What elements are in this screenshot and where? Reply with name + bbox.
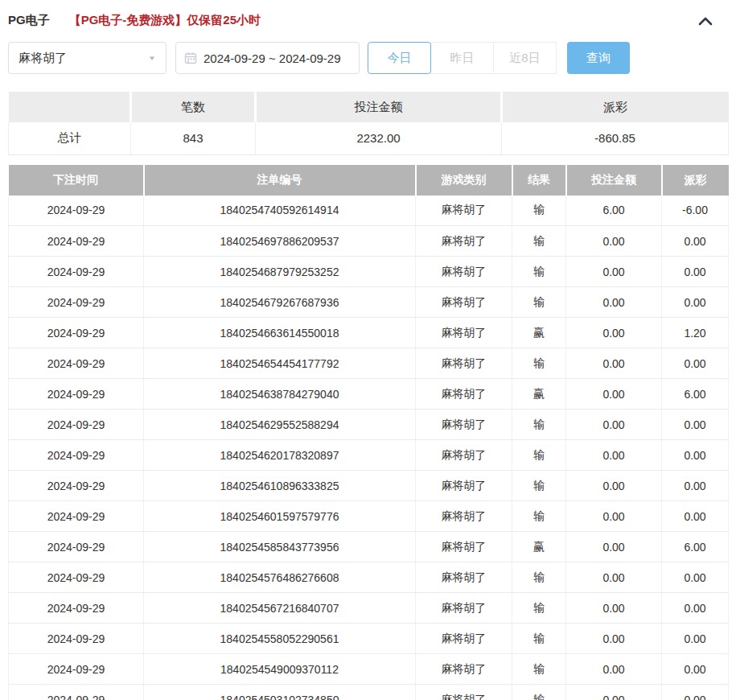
order-no-cell: 1840254585843773956 [144, 532, 416, 562]
game-select[interactable]: 麻将胡了 ▼ [8, 42, 167, 74]
game-cell: 麻将胡了 [416, 562, 512, 593]
payout-cell: 0.00 [662, 410, 729, 440]
bet-amount-cell: 0.00 [566, 593, 662, 624]
panel-header: PG电子 【PG电子-免费游戏】仅保留25小时 [0, 0, 736, 32]
table-row: 2024-09-291840254601597579776麻将胡了输0.000.… [9, 501, 729, 532]
order-no-cell: 1840254679267687936 [144, 287, 416, 318]
bet-amount-cell: 0.00 [566, 562, 662, 593]
payout-cell: 0.00 [662, 593, 729, 624]
table-row: 2024-09-291840254620178320897麻将胡了输0.000.… [9, 440, 729, 471]
bet-time-cell: 2024-09-29 [9, 501, 144, 532]
order-no-cell: 1840254549009370112 [144, 654, 416, 685]
game-cell: 麻将胡了 [416, 654, 512, 685]
table-row: 2024-09-291840254687979253252麻将胡了输0.000.… [9, 257, 729, 287]
table-row: 2024-09-291840254576486276608麻将胡了输0.000.… [9, 562, 729, 593]
result-cell: 输 [512, 685, 566, 700]
payout-cell: 0.00 [662, 562, 729, 593]
col-payout: 派彩 [662, 165, 729, 196]
result-cell: 赢 [512, 318, 566, 348]
summary-count-value: 843 [131, 122, 256, 154]
result-cell: 输 [512, 501, 566, 532]
table-row: 2024-09-291840254585843773956麻将胡了赢0.006.… [9, 532, 729, 562]
result-cell: 输 [512, 654, 566, 685]
payout-cell: 0.00 [662, 257, 729, 287]
game-cell: 麻将胡了 [416, 440, 512, 471]
bet-amount-cell: 0.00 [566, 410, 662, 440]
date-range-value: 2024-09-29 ~ 2024-09-29 [204, 51, 341, 65]
summary-col-count: 笔数 [131, 92, 256, 122]
payout-cell: 1.20 [662, 318, 729, 348]
bet-time-cell: 2024-09-29 [9, 410, 144, 440]
bet-table-body: 2024-09-291840254740592614914麻将胡了输6.00-6… [9, 196, 729, 700]
result-cell: 输 [512, 624, 566, 654]
game-cell: 麻将胡了 [416, 257, 512, 287]
bet-amount-cell: 0.00 [566, 440, 662, 471]
bet-time-cell: 2024-09-29 [9, 348, 144, 379]
order-no-cell: 1840254687979253252 [144, 257, 416, 287]
bet-amount-cell: 6.00 [566, 196, 662, 226]
game-cell: 麻将胡了 [416, 318, 512, 348]
bet-time-cell: 2024-09-29 [9, 562, 144, 593]
summary-table: 笔数 投注金额 派彩 总计 843 2232.00 -860.85 [8, 92, 729, 155]
payout-cell: 6.00 [662, 532, 729, 562]
result-cell: 输 [512, 410, 566, 440]
table-row: 2024-09-291840254679267687936麻将胡了输0.000.… [9, 287, 729, 318]
payout-cell: 0.00 [662, 440, 729, 471]
result-cell: 输 [512, 440, 566, 471]
game-cell: 麻将胡了 [416, 410, 512, 440]
bet-amount-cell: 0.00 [566, 532, 662, 562]
bet-time-cell: 2024-09-29 [9, 685, 144, 700]
summary-col-empty [9, 92, 131, 122]
bet-table-header-row: 下注时间 注单编号 游戏类别 结果 投注金额 派彩 [9, 165, 729, 196]
result-cell: 输 [512, 593, 566, 624]
quick-filter-today[interactable]: 今日 [368, 42, 431, 74]
bet-time-cell: 2024-09-29 [9, 532, 144, 562]
bet-time-cell: 2024-09-29 [9, 287, 144, 318]
quick-filter-last8days[interactable]: 近8日 [493, 42, 557, 74]
payout-cell: 0.00 [662, 685, 729, 700]
payout-cell: 6.00 [662, 379, 729, 410]
order-no-cell: 1840254567216840707 [144, 593, 416, 624]
game-cell: 麻将胡了 [416, 379, 512, 410]
payout-cell: 0.00 [662, 287, 729, 318]
game-cell: 麻将胡了 [416, 685, 512, 700]
order-no-cell: 1840254629552588294 [144, 410, 416, 440]
summary-col-bet-amount: 投注金额 [256, 92, 502, 122]
bet-amount-cell: 0.00 [566, 226, 662, 257]
bet-time-cell: 2024-09-29 [9, 624, 144, 654]
query-button[interactable]: 查询 [567, 42, 630, 74]
table-row: 2024-09-291840254567216840707麻将胡了输0.000.… [9, 593, 729, 624]
chevron-up-icon [697, 15, 713, 27]
bet-time-cell: 2024-09-29 [9, 440, 144, 471]
quick-filter-yesterday[interactable]: 昨日 [430, 42, 494, 74]
date-range-input[interactable]: 2024-09-29 ~ 2024-09-29 [175, 42, 360, 74]
table-row: 2024-09-291840254740592614914麻将胡了输6.00-6… [9, 196, 729, 226]
bet-amount-cell: 0.00 [566, 471, 662, 501]
calendar-icon [184, 51, 197, 64]
col-game-category: 游戏类别 [416, 165, 512, 196]
col-bet-amount: 投注金额 [566, 165, 662, 196]
table-row: 2024-09-291840254549009370112麻将胡了输0.000.… [9, 654, 729, 685]
bet-amount-cell: 0.00 [566, 501, 662, 532]
payout-cell: 0.00 [662, 471, 729, 501]
notice-text: 【PG电子-免费游戏】仅保留25小时 [69, 13, 261, 28]
game-select-value: 麻将胡了 [19, 51, 148, 66]
payout-cell: 0.00 [662, 348, 729, 379]
result-cell: 输 [512, 562, 566, 593]
bet-amount-cell: 0.00 [566, 654, 662, 685]
filter-bar: 麻将胡了 ▼ 2024-09-29 ~ 2024-09-29 今日 昨日 [8, 42, 728, 74]
summary-col-payout: 派彩 [502, 92, 729, 122]
order-no-cell: 1840254740592614914 [144, 196, 416, 226]
bet-amount-cell: 0.00 [566, 379, 662, 410]
result-cell: 输 [512, 257, 566, 287]
bet-amount-cell: 0.00 [566, 624, 662, 654]
collapse-button[interactable] [697, 15, 713, 27]
order-no-cell: 1840254620178320897 [144, 440, 416, 471]
bet-time-cell: 2024-09-29 [9, 379, 144, 410]
result-cell: 输 [512, 196, 566, 226]
payout-cell: -6.00 [662, 196, 729, 226]
game-cell: 麻将胡了 [416, 532, 512, 562]
bet-amount-cell: 0.00 [566, 685, 662, 700]
bet-time-cell: 2024-09-29 [9, 196, 144, 226]
bet-amount-cell: 0.00 [566, 287, 662, 318]
